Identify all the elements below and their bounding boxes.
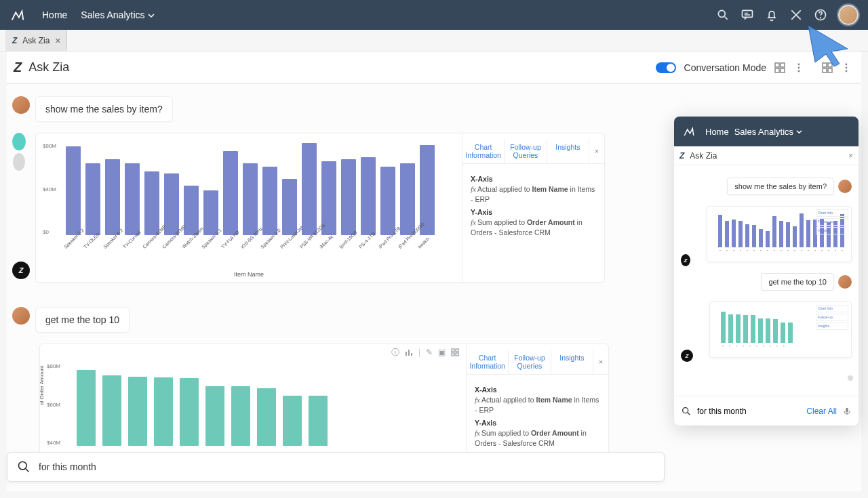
panel-user-bubble-1: show me the sales by item?: [727, 178, 834, 195]
bar: [231, 386, 250, 446]
panel-xlabels-1: •••••••••••••••••••: [718, 249, 844, 256]
x-axis-labels: Speaker-7.2TV-OLEDSpeaker-5.2TV-CurvedCa…: [63, 238, 455, 251]
x-label: PS5-VR 512GB: [299, 235, 313, 249]
user-message-bubble: show me the sales by item?: [35, 96, 173, 122]
x-label: Watch-39mm: [181, 235, 195, 249]
bar: [144, 171, 159, 235]
bar: [102, 375, 121, 446]
bell-icon[interactable]: [765, 8, 778, 22]
chat-icon[interactable]: [741, 8, 754, 22]
tab-chart-information[interactable]: Chart Information: [462, 139, 505, 163]
conversation-mode-toggle[interactable]: [656, 62, 676, 73]
user-avatar-xs: [838, 275, 852, 289]
bar: [257, 388, 276, 446]
panel-chart-card-1: Chart InfoFollow-upInsights ••••••••••••…: [707, 206, 852, 262]
search-icon[interactable]: [716, 8, 730, 22]
y-axis-ticks-2: $80M $60M $40M: [47, 363, 60, 446]
page-title: Ask Zia: [28, 60, 69, 75]
edit-icon[interactable]: ✎: [426, 348, 433, 356]
svg-point-15: [846, 63, 848, 65]
grid-icon[interactable]: [774, 62, 785, 73]
conversation-mode-label: Conversation Mode: [684, 62, 766, 73]
bar: [400, 163, 415, 235]
info-icon[interactable]: ⓘ: [391, 348, 399, 356]
panel-tab[interactable]: Z Ask Zia ×: [674, 146, 859, 165]
search-input-bar[interactable]: [7, 452, 665, 482]
nav-workspace[interactable]: Sales Analytics: [74, 9, 161, 20]
tab-row: Z Ask Zia ×: [0, 30, 868, 51]
chart-toolbar: ⓘ | ✎ ▣: [391, 348, 459, 356]
y-axis-detail: fxSum applied to Order Amount in Orders …: [471, 217, 596, 237]
user-avatar-xs: [838, 180, 852, 193]
more-icon[interactable]: [793, 62, 804, 73]
bar: [283, 396, 302, 446]
bar: [180, 378, 199, 446]
assistant-avatar-gray: [13, 153, 25, 171]
chart-info-panel-2: Chart Information Follow-up Queries Insi…: [466, 344, 608, 460]
export-icon[interactable]: ▣: [438, 348, 446, 356]
svg-point-10: [798, 70, 800, 72]
x-label: iPad Pro-500GB: [397, 235, 412, 249]
user-avatar[interactable]: [838, 5, 859, 25]
tab-followup-queries[interactable]: Follow-up Queries: [509, 350, 551, 374]
fx-icon: fx: [471, 185, 476, 193]
x-label: Print-LaserJet: [279, 235, 294, 249]
close-icon[interactable]: ×: [55, 35, 60, 46]
svg-rect-4: [775, 63, 779, 67]
zia-icon: Z: [679, 151, 684, 161]
tab-label: Ask Zia: [22, 36, 50, 45]
bar: [262, 167, 277, 235]
chart-info-panel: Chart Information Follow-up Queries Insi…: [462, 133, 604, 282]
zia-avatar-black: Z: [681, 254, 690, 266]
svg-point-8: [798, 63, 800, 65]
help-icon[interactable]: [814, 8, 827, 22]
panel-nav-workspace[interactable]: Sales Analytics: [734, 127, 802, 137]
clear-all-button[interactable]: Clear All: [806, 407, 837, 416]
search-input[interactable]: [39, 461, 654, 472]
tab-ask-zia[interactable]: Z Ask Zia ×: [5, 30, 67, 51]
bar: [77, 370, 96, 446]
svg-rect-24: [456, 353, 458, 356]
svg-rect-12: [828, 63, 832, 67]
bar: [85, 163, 100, 235]
panel-topbar: Home Sales Analytics: [674, 117, 859, 146]
nav-home[interactable]: Home: [35, 9, 74, 20]
x-label: Iwatch: [417, 235, 431, 249]
svg-rect-27: [846, 407, 848, 412]
tools-icon[interactable]: [789, 8, 803, 22]
grid-icon-2[interactable]: [822, 62, 833, 73]
svg-point-17: [846, 70, 848, 72]
zia-avatar-black: Z: [12, 262, 30, 279]
panel-nav-home[interactable]: Home: [705, 127, 729, 137]
y-axis-detail: fxSum applied to Order Amount in Orders …: [475, 428, 600, 448]
tab-chart-information[interactable]: Chart Information: [467, 350, 509, 374]
tab-insights[interactable]: Insights: [551, 350, 593, 374]
tab-followup-queries[interactable]: Follow-up Queries: [505, 139, 547, 163]
mic-icon[interactable]: [842, 407, 852, 416]
close-icon[interactable]: ×: [848, 151, 853, 161]
scroll-indicator: [848, 375, 853, 381]
app-logo-icon[interactable]: [9, 7, 26, 23]
panel-body: show me the sales by item? Z Chart InfoF…: [674, 165, 859, 396]
chart-card-sales-by-item: $80M $40M $0 Speaker-7.2TV-OLEDSpeaker-5…: [35, 133, 605, 283]
close-icon[interactable]: ×: [593, 350, 608, 374]
panel-search-input[interactable]: [697, 407, 801, 416]
close-icon[interactable]: ×: [589, 139, 604, 163]
bar: [341, 159, 356, 235]
svg-rect-14: [828, 68, 832, 72]
x-label: iOS-5G 90Hz: [240, 235, 254, 249]
svg-rect-13: [823, 68, 827, 72]
x-axis-heading: X-Axis: [471, 175, 596, 183]
chart-type-icon[interactable]: [405, 348, 413, 356]
more-icon-2[interactable]: [841, 62, 852, 73]
panel-user-bubble-2: get me the top 10: [761, 273, 834, 291]
bar-chart-2: [74, 363, 459, 446]
user-message-bubble-2: get me the top 10: [35, 307, 130, 333]
search-icon: [681, 406, 692, 417]
tab-insights[interactable]: Insights: [547, 139, 589, 163]
x-label: TV-Full HD: [220, 235, 235, 249]
panel-search-bar[interactable]: Clear All: [674, 396, 859, 426]
grid-icon[interactable]: [451, 348, 459, 356]
app-logo-icon[interactable]: [681, 123, 697, 140]
x-label: iMac-4k: [319, 235, 333, 249]
